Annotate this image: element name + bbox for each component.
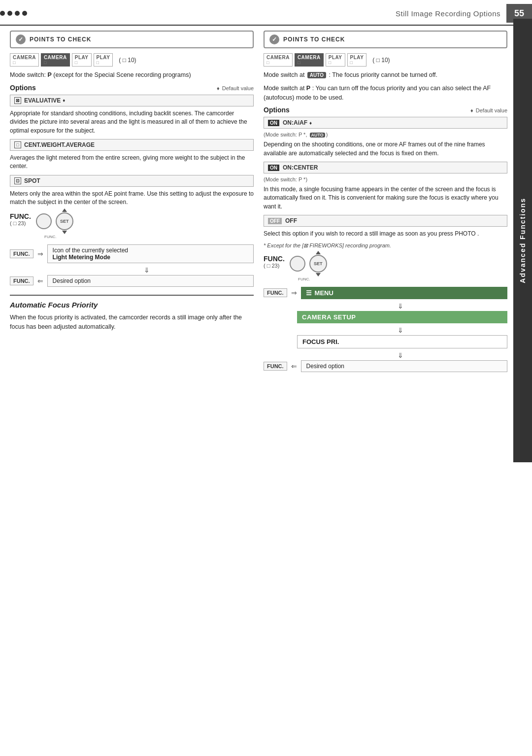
left-mode-play2: PLAY□: [94, 53, 113, 67]
aiaf-diamond: ♦: [309, 120, 312, 126]
focus-pri-label: FOCUS PRI.: [302, 338, 339, 345]
center-mode-note: (Mode switch: P *): [264, 176, 507, 182]
right-points-title: POINTS TO CHECK: [283, 36, 345, 43]
evaluative-label: EVALUATIVE: [24, 97, 61, 104]
left-arrow-left-2: ⇐: [37, 277, 43, 285]
left-func-section: FUNC. ( □ 23) SET: [10, 212, 254, 230]
right-page-ref: ( □ 10): [372, 57, 390, 64]
header-dots: [0, 11, 31, 16]
right-mode-play2: PLAY□: [347, 53, 367, 67]
left-step-content-1: Icon of the currently selected Light Met…: [47, 244, 254, 263]
left-option-cent-weight: □ CENT.WEIGHT.AVERAGE: [10, 139, 254, 151]
dot1: [0, 11, 5, 16]
left-step-text-1b: Light Metering Mode: [53, 254, 110, 261]
left-arrow-down-step-1: ⇓: [39, 266, 254, 274]
left-func-btn-2[interactable]: FUNC.: [10, 276, 33, 285]
menu-label: MENU: [315, 289, 333, 297]
right-func-step-desired: FUNC. ⇐ Desired option: [264, 360, 507, 372]
right-mode-camera1: CAMERA□: [264, 53, 293, 67]
camera-setup-label: CAMERA SETUP: [302, 313, 356, 321]
dot2: [7, 11, 12, 16]
left-page-ref: ( □ 10): [119, 57, 136, 64]
left-arrow-down: [62, 231, 67, 234]
left-func-small-label: FUNC.: [44, 232, 254, 240]
left-option-spot: ⊡ SPOT: [10, 175, 254, 187]
right-set-btn[interactable]: SET: [309, 255, 327, 273]
camera-setup-box: CAMERA SETUP: [297, 311, 507, 323]
right-func-label: FUNC.: [264, 255, 285, 263]
sidebar-label: Advanced Functions: [519, 198, 527, 283]
left-func-info: FUNC. ( □ 23): [10, 212, 31, 226]
left-func-icons: SET: [36, 212, 73, 230]
aiaf-mode-note: (Mode switch: P *, AUTO): [264, 132, 507, 137]
right-step-content-desired: Desired option: [301, 360, 507, 372]
on-badge-center: ON: [268, 165, 279, 171]
left-mode-play1: PLAY□: [72, 53, 92, 67]
left-func-step-2: FUNC. ⇐ Desired option: [10, 275, 254, 287]
auto-badge: AUTO: [307, 72, 326, 78]
spot-desc: Meters only the area within the spot AE …: [10, 190, 254, 207]
cent-weight-label: CENT.WEIGHT.AVERAGE: [24, 141, 95, 148]
right-option-aiaf: ON ON:AiAF♦: [264, 117, 507, 129]
spot-icon: ⊡: [14, 177, 21, 184]
right-desired-option: Desired option: [306, 363, 344, 370]
off-desc: Select this option if you wish to record…: [264, 230, 507, 238]
right-options-label: Options: [264, 106, 290, 114]
right-option-off: OFF OFF: [264, 215, 507, 227]
right-options-header: Options ♦ Default value: [264, 106, 507, 114]
aiaf-label: ON:AiAF: [283, 119, 307, 126]
left-step-content-2: Desired option: [47, 275, 254, 287]
left-mode-icons-row: CAMERA□ CAMERA□ PLAY□ PLAY□ ( □ 10): [10, 53, 254, 67]
right-func-circle-btn[interactable]: [290, 256, 305, 272]
left-func-step-1: FUNC. ⇒ Icon of the currently selected L…: [10, 244, 254, 263]
left-func-btn-1[interactable]: FUNC.: [10, 249, 33, 258]
right-func-info: FUNC. ( □ 23): [264, 255, 285, 269]
off-label: OFF: [285, 217, 297, 224]
left-set-btn[interactable]: SET: [56, 212, 73, 230]
right-func-btn-menu[interactable]: FUNC.: [264, 288, 287, 297]
left-func-circle-btn[interactable]: [36, 213, 52, 229]
left-points-title: POINTS TO CHECK: [30, 36, 91, 43]
page-header: Still Image Recording Options 55: [0, 0, 532, 26]
right-func-steps: FUNC. ⇒ ☰ MENU ⇓ CAMERA SETUP ⇓ F: [264, 287, 507, 372]
right-arrow-down-1: ⇓: [293, 302, 507, 310]
right-body-text2: Mode switch at P : You can turn off the …: [264, 84, 507, 103]
right-mode-icons-row: CAMERA□ CAMERA□ PLAY□ PLAY□ ( □ 10): [264, 53, 507, 67]
right-func-small-label: FUNC.: [298, 275, 507, 282]
left-options-label: Options: [10, 84, 36, 92]
right-arrow-right-menu: ⇒: [291, 289, 297, 297]
section-divider: [10, 295, 254, 296]
left-mode-camera1: CAMERA□: [10, 53, 39, 67]
right-arrow-down-3: ⇓: [293, 351, 507, 359]
aiaf-desc: Depending on the shooting conditions, on…: [264, 140, 507, 158]
left-func-sub: ( □ 23): [10, 220, 31, 226]
main-content: ✓ POINTS TO CHECK CAMERA□ CAMERA□ PLAY□ …: [0, 26, 532, 380]
right-func-step-focus-pri: FOCUS PRI.: [264, 335, 507, 348]
left-default-value: ♦ Default value: [217, 85, 254, 91]
center-desc: In this mode, a single focusing frame ap…: [264, 185, 507, 211]
sidebar-advanced-functions: Advanced Functions: [513, 19, 532, 462]
footnote: * Except for the [⊠ FIREWORKS] recording…: [264, 242, 507, 249]
evaluative-icon: ⊠: [14, 97, 21, 104]
left-step-text-1a: Icon of the currently selected: [53, 247, 128, 254]
right-column: ✓ POINTS TO CHECK CAMERA□ CAMERA□ PLAY□ …: [264, 31, 507, 375]
left-mode-camera2-active: CAMERA□: [41, 53, 70, 67]
left-option-evaluative: ⊠ EVALUATIVE♦: [10, 95, 254, 106]
right-func-step-camera-setup: CAMERA SETUP: [264, 311, 507, 323]
right-points-to-check-box: ✓ POINTS TO CHECK: [264, 31, 507, 48]
left-body-text: Mode switch: P (except for the Special S…: [10, 70, 254, 80]
off-badge: OFF: [268, 218, 282, 224]
left-column: ✓ POINTS TO CHECK CAMERA□ CAMERA□ PLAY□ …: [10, 31, 254, 375]
right-func-btn-desired[interactable]: FUNC.: [264, 362, 287, 371]
evaluative-diamond: ♦: [63, 98, 65, 103]
right-mode-camera2-active: CAMERA□: [295, 53, 324, 67]
left-arrow-up: [62, 208, 67, 212]
spot-label: SPOT: [24, 177, 40, 184]
cent-weight-icon: □: [14, 141, 21, 148]
on-badge-aiaf: ON: [268, 120, 279, 126]
right-arrow-up: [316, 251, 321, 254]
menu-box: ☰ MENU: [301, 287, 507, 299]
right-body-text1: Mode switch at AUTO : The focus priority…: [264, 70, 507, 80]
left-func-label: FUNC.: [10, 212, 31, 220]
right-func-icons: SET: [290, 255, 327, 273]
